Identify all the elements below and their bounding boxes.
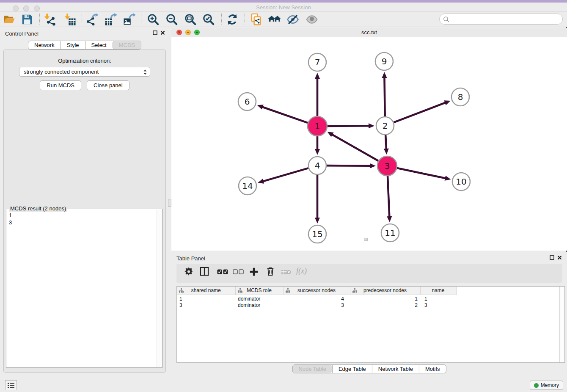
optimization-criterion-label: Optimization criterion:: [4, 58, 165, 64]
zoom-out-icon[interactable]: [165, 13, 178, 26]
table-header[interactable]: shared nameMCDS rolesuccessor nodesprede…: [177, 287, 456, 295]
table-cell[interactable]: dominator: [235, 302, 283, 309]
deselect-all-checkboxes-icon[interactable]: [233, 269, 244, 274]
node-4[interactable]: 4: [308, 157, 326, 174]
open-file-icon[interactable]: [3, 13, 16, 26]
task-history-button[interactable]: [5, 380, 17, 390]
column-header-mcds-role[interactable]: MCDS role: [235, 287, 283, 295]
panel-splitter-handle[interactable]: [168, 199, 171, 207]
zoom-in-icon[interactable]: [147, 13, 160, 26]
edge-4-3[interactable]: [327, 166, 371, 166]
search-field[interactable]: [439, 14, 563, 25]
close-panel-button[interactable]: Close panel: [87, 80, 129, 90]
edge-arrowhead: [258, 179, 264, 184]
refresh-view-icon[interactable]: [226, 13, 239, 26]
zoom-fit-icon[interactable]: [184, 13, 197, 26]
node-1[interactable]: 1: [308, 116, 327, 136]
node-7[interactable]: 7: [308, 53, 326, 71]
tab-network-table[interactable]: Network Table: [372, 365, 419, 373]
column-header-shared-name[interactable]: shared name: [177, 287, 235, 295]
tab-style[interactable]: Style: [61, 41, 85, 49]
delete-table-icon[interactable]: [281, 269, 291, 275]
network-canvas[interactable]: 7968124314101511: [171, 37, 567, 251]
network-graph[interactable]: 7968124314101511: [171, 37, 567, 251]
import-network-icon[interactable]: [44, 13, 56, 26]
node-11[interactable]: 11: [381, 224, 399, 242]
edge-3-10[interactable]: [397, 168, 446, 178]
export-image-icon[interactable]: [123, 13, 135, 26]
close-table-panel-icon[interactable]: [557, 255, 562, 260]
node-6[interactable]: 6: [238, 93, 256, 110]
delete-column-trash-icon[interactable]: [266, 267, 275, 276]
result-scrollbar[interactable]: [157, 210, 162, 367]
show-all-eye-icon[interactable]: [306, 13, 318, 26]
zoom-selected-icon[interactable]: [202, 13, 215, 26]
canvas-scroll-thumb[interactable]: [364, 238, 368, 241]
column-header-predecessor-nodes[interactable]: predecessor nodes: [350, 287, 420, 295]
table-scrollbar[interactable]: [559, 287, 564, 362]
run-mcds-button[interactable]: Run MCDS: [40, 80, 81, 90]
close-panel-icon[interactable]: [160, 30, 165, 35]
edge-2-8[interactable]: [394, 102, 446, 122]
node-10[interactable]: 10: [452, 173, 470, 190]
edge-3-1[interactable]: [332, 134, 378, 161]
edge-2-9[interactable]: [384, 77, 385, 116]
network-window-title: scc.txt: [171, 29, 567, 36]
table-cell[interactable]: 4: [283, 295, 350, 302]
edge-4-14[interactable]: [263, 168, 308, 182]
table-cell[interactable]: 2: [350, 302, 420, 309]
search-icon: [443, 16, 450, 23]
mcds-result-list[interactable]: 13: [6, 210, 156, 367]
node-9[interactable]: 9: [375, 52, 393, 70]
memory-button[interactable]: Memory: [530, 381, 563, 390]
column-header-successor-nodes[interactable]: successor nodes: [283, 287, 350, 295]
tab-network[interactable]: Network: [28, 41, 61, 49]
table-cell[interactable]: 3: [283, 302, 350, 309]
float-table-panel-icon[interactable]: [550, 255, 554, 260]
tab-node-table[interactable]: Node Table: [292, 365, 332, 373]
table-row[interactable]: 1dominator411: [177, 295, 456, 302]
node-3[interactable]: 3: [377, 156, 397, 176]
float-panel-icon[interactable]: [153, 30, 157, 35]
column-header-name[interactable]: name: [420, 287, 456, 295]
home-layout-icon[interactable]: [268, 13, 281, 26]
mcds-result-box: MCDS result (2 nodes) 13: [6, 209, 162, 368]
search-input[interactable]: [451, 15, 557, 23]
network-view-window: × − + scc.txt 7968124314101511: [171, 28, 567, 251]
edge-3-11[interactable]: [388, 176, 389, 217]
add-column-icon[interactable]: [249, 267, 259, 276]
table-cell[interactable]: 1: [350, 295, 420, 302]
criterion-dropdown[interactable]: strongly connected component: [19, 67, 150, 77]
table-settings-gear-icon[interactable]: [184, 267, 193, 276]
edge-arrowhead: [257, 105, 264, 109]
edge-2-3[interactable]: [385, 135, 386, 149]
table-cell[interactable]: 1: [177, 295, 235, 302]
import-table-icon[interactable]: [64, 13, 77, 26]
table-row[interactable]: 3dominator323: [177, 302, 456, 309]
tab-select[interactable]: Select: [85, 41, 113, 49]
table-cell[interactable]: 3: [177, 302, 235, 309]
table-cell[interactable]: dominator: [235, 295, 283, 302]
tab-motifs[interactable]: Motifs: [419, 365, 446, 373]
node-8[interactable]: 8: [451, 88, 469, 106]
result-node-id[interactable]: 3: [9, 219, 154, 226]
node-15[interactable]: 15: [308, 225, 326, 243]
node-2[interactable]: 2: [376, 117, 394, 135]
hide-selected-eye-icon[interactable]: [286, 13, 299, 26]
split-view-icon[interactable]: [200, 267, 209, 276]
network-window-titlebar[interactable]: × − + scc.txt: [171, 28, 567, 37]
export-table-icon[interactable]: [104, 13, 117, 26]
save-session-icon[interactable]: [21, 13, 33, 26]
select-all-checkboxes-icon[interactable]: [217, 269, 228, 274]
result-node-id[interactable]: 1: [9, 212, 154, 219]
table-cell[interactable]: 1: [420, 295, 456, 302]
clone-network-icon[interactable]: [250, 13, 262, 26]
function-builder-icon[interactable]: f(x): [296, 267, 307, 276]
edge-1-6[interactable]: [262, 107, 308, 123]
node-14[interactable]: 14: [239, 177, 256, 195]
tab-edge-table[interactable]: Edge Table: [332, 365, 372, 373]
tab-mcds[interactable]: MCDS: [113, 41, 141, 49]
edge-1-2[interactable]: [328, 126, 369, 126]
table-cell[interactable]: 3: [420, 302, 456, 309]
export-network-icon[interactable]: [86, 13, 99, 26]
